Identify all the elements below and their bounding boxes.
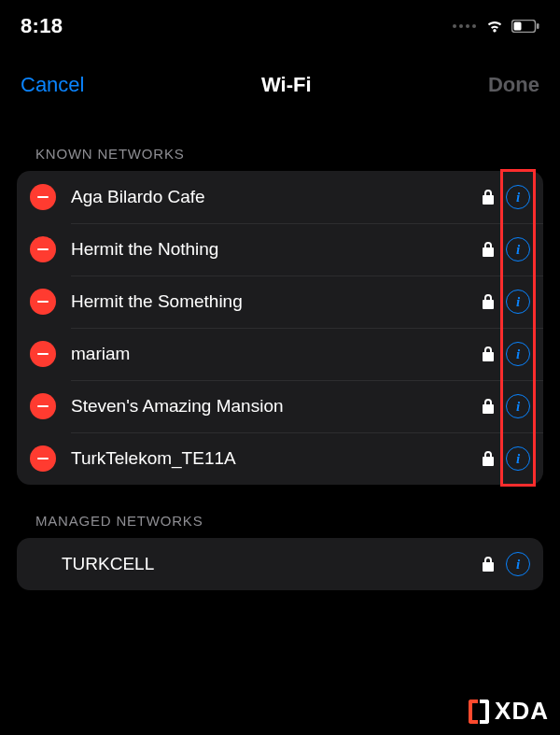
network-name: TURKCELL <box>62 554 482 574</box>
network-name: TurkTelekom_TE11A <box>71 448 482 469</box>
network-name: Steven's Amazing Mansion <box>71 396 482 417</box>
delete-icon[interactable] <box>30 341 56 367</box>
lock-icon <box>482 450 495 467</box>
delete-icon[interactable] <box>30 236 56 262</box>
delete-icon[interactable] <box>30 393 56 419</box>
network-name: mariam <box>71 344 482 364</box>
svg-rect-2 <box>514 22 522 31</box>
info-icon[interactable]: i <box>506 552 530 576</box>
page-title: Wi-Fi <box>261 73 312 97</box>
network-name: Hermit the Something <box>71 291 482 312</box>
carrier-dots-icon <box>453 24 476 28</box>
network-row[interactable]: mariam i <box>17 328 543 380</box>
network-row[interactable]: Steven's Amazing Mansion i <box>17 380 543 432</box>
watermark: XDA <box>469 697 549 726</box>
bracket-icon <box>469 700 489 724</box>
info-icon[interactable]: i <box>506 446 530 471</box>
known-networks-list: Aga Bilardo Cafe i Hermit the Nothing i … <box>17 171 543 485</box>
delete-icon[interactable] <box>30 184 56 210</box>
lock-icon <box>482 398 495 415</box>
network-row[interactable]: TURKCELL i <box>17 538 543 590</box>
network-row[interactable]: TurkTelekom_TE11A i <box>17 432 543 485</box>
svg-rect-1 <box>537 23 539 29</box>
lock-icon <box>482 556 495 572</box>
info-icon[interactable]: i <box>506 237 530 261</box>
managed-networks-section: Managed Networks TURKCELL i <box>0 513 560 590</box>
managed-networks-list: TURKCELL i <box>17 538 543 590</box>
known-networks-section: Known Networks Aga Bilardo Cafe i Hermit… <box>0 146 560 485</box>
managed-networks-header: Managed Networks <box>17 513 543 538</box>
delete-icon[interactable] <box>30 289 56 315</box>
lock-icon <box>482 241 495 258</box>
info-icon[interactable]: i <box>506 342 530 366</box>
info-icon[interactable]: i <box>506 185 530 209</box>
network-row[interactable]: Aga Bilardo Cafe i <box>17 171 543 223</box>
cancel-button[interactable]: Cancel <box>21 73 84 97</box>
lock-icon <box>482 189 495 205</box>
nav-bar: Cancel Wi-Fi Done <box>0 58 560 112</box>
status-bar: 8:18 <box>0 0 560 52</box>
network-name: Hermit the Nothing <box>71 239 482 260</box>
lock-icon <box>482 346 495 362</box>
info-icon[interactable]: i <box>506 290 530 314</box>
watermark-text: XDA <box>495 697 549 726</box>
known-networks-header: Known Networks <box>17 146 543 171</box>
info-icon[interactable]: i <box>506 394 530 418</box>
network-name: Aga Bilardo Cafe <box>71 187 482 207</box>
done-button[interactable]: Done <box>488 73 539 97</box>
network-row[interactable]: Hermit the Something i <box>17 276 543 328</box>
status-indicators <box>453 19 539 34</box>
lock-icon <box>482 293 495 310</box>
battery-icon <box>511 20 539 33</box>
delete-icon[interactable] <box>30 445 56 472</box>
network-row[interactable]: Hermit the Nothing i <box>17 223 543 276</box>
wifi-icon <box>485 19 504 34</box>
status-time: 8:18 <box>21 14 63 38</box>
